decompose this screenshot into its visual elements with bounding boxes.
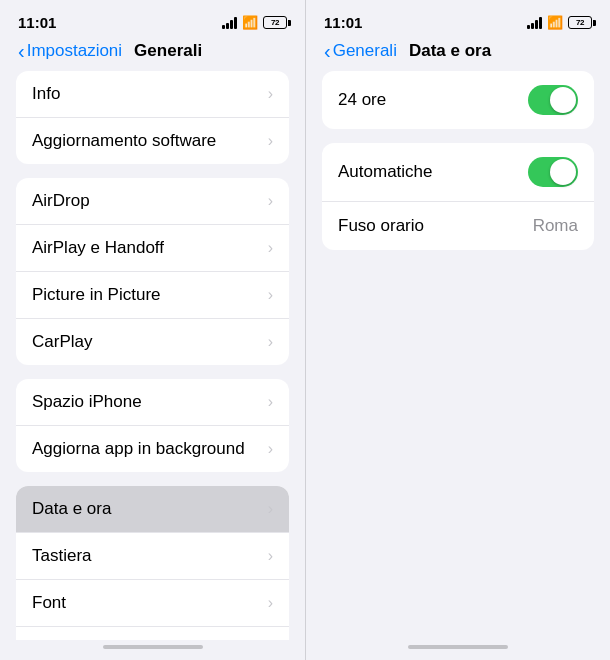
chevron-right-icon: ›	[268, 500, 273, 518]
back-button-left[interactable]: ‹ Impostazioni	[18, 41, 122, 61]
toggle-thumb	[550, 87, 576, 113]
back-label-right: Generali	[333, 41, 397, 61]
home-bar	[408, 645, 508, 649]
home-indicator-right	[306, 640, 610, 660]
settings-group-2: AirDrop › AirPlay e Handoff › Picture in…	[16, 178, 289, 365]
status-bar-right: 11:01 📶 72	[306, 0, 610, 37]
item-label: AirPlay e Handoff	[32, 238, 164, 258]
wifi-icon: 📶	[547, 15, 563, 30]
list-item[interactable]: Aggiornamento software ›	[16, 118, 289, 164]
toggle-track	[528, 157, 578, 187]
nav-header-left: ‹ Impostazioni Generali	[0, 37, 305, 71]
wifi-icon: 📶	[242, 15, 258, 30]
item-label: Data e ora	[32, 499, 111, 519]
fuso-orario-value: Roma	[533, 216, 578, 236]
signal-icon	[527, 17, 542, 29]
chevron-right-icon: ›	[268, 286, 273, 304]
settings-group-1: Info › Aggiornamento software ›	[16, 71, 289, 164]
battery-icon: 72	[568, 16, 592, 29]
list-item[interactable]: AirDrop ›	[16, 178, 289, 225]
item-label: AirDrop	[32, 191, 90, 211]
list-item[interactable]: AirPlay e Handoff ›	[16, 225, 289, 272]
status-icons-left: 📶 72	[222, 15, 287, 30]
nav-header-right: ‹ Generali Data e ora	[306, 37, 610, 71]
status-icons-right: 📶 72	[527, 15, 592, 30]
list-item[interactable]: Aggiorna app in background ›	[16, 426, 289, 472]
chevron-right-icon: ›	[268, 547, 273, 565]
item-label: CarPlay	[32, 332, 92, 352]
24-ore-label: 24 ore	[338, 90, 386, 110]
chevron-right-icon: ›	[268, 440, 273, 458]
chevron-right-icon: ›	[268, 192, 273, 210]
toggle-track	[528, 85, 578, 115]
list-item[interactable]: CarPlay ›	[16, 319, 289, 365]
home-indicator-left	[0, 640, 305, 660]
item-label: Tastiera	[32, 546, 92, 566]
right-panel: 11:01 📶 72 ‹ Generali Data e ora 24 ore	[305, 0, 610, 660]
automatiche-label: Automatiche	[338, 162, 433, 182]
list-item[interactable]: Lingua e zona ›	[16, 627, 289, 640]
chevron-right-icon: ›	[268, 393, 273, 411]
chevron-right-icon: ›	[268, 594, 273, 612]
fuso-orario-label: Fuso orario	[338, 216, 424, 236]
signal-icon	[222, 17, 237, 29]
status-bar-left: 11:01 📶 72	[0, 0, 305, 37]
list-item[interactable]: Picture in Picture ›	[16, 272, 289, 319]
list-item[interactable]: Spazio iPhone ›	[16, 379, 289, 426]
chevron-right-icon: ›	[268, 333, 273, 351]
back-button-right[interactable]: ‹ Generali	[324, 41, 397, 61]
list-item[interactable]: Tastiera ›	[16, 533, 289, 580]
page-title-right: Data e ora	[409, 41, 491, 61]
list-item[interactable]: Font ›	[16, 580, 289, 627]
home-bar	[103, 645, 203, 649]
time-right: 11:01	[324, 14, 362, 31]
timezone-group: Automatiche Fuso orario Roma	[322, 143, 594, 250]
detail-content: 24 ore Automatiche Fuso orario	[306, 71, 610, 640]
chevron-right-icon: ›	[268, 239, 273, 257]
time-format-group: 24 ore	[322, 71, 594, 129]
automatiche-item: Automatiche	[322, 143, 594, 202]
item-label: Info	[32, 84, 60, 104]
chevron-left-icon: ‹	[18, 41, 25, 61]
item-label: Aggiorna app in background	[32, 439, 245, 459]
settings-group-3: Spazio iPhone › Aggiorna app in backgrou…	[16, 379, 289, 472]
chevron-right-icon: ›	[268, 132, 273, 150]
item-label: Font	[32, 593, 66, 613]
back-label-left: Impostazioni	[27, 41, 122, 61]
left-panel: 11:01 📶 72 ‹ Impostazioni Generali Info	[0, 0, 305, 660]
24-ore-item: 24 ore	[322, 71, 594, 129]
item-label: Picture in Picture	[32, 285, 161, 305]
page-title-left: Generali	[134, 41, 202, 61]
chevron-right-icon: ›	[268, 85, 273, 103]
battery-icon: 72	[263, 16, 287, 29]
item-label: Spazio iPhone	[32, 392, 142, 412]
fuso-orario-item[interactable]: Fuso orario Roma	[322, 202, 594, 250]
automatiche-toggle[interactable]	[528, 157, 578, 187]
settings-group-4: Data e ora › Tastiera › Font › Lingua e …	[16, 486, 289, 640]
toggle-thumb	[550, 159, 576, 185]
chevron-left-icon: ‹	[324, 41, 331, 61]
time-left: 11:01	[18, 14, 56, 31]
item-label: Aggiornamento software	[32, 131, 216, 151]
list-item[interactable]: Info ›	[16, 71, 289, 118]
settings-list-left: Info › Aggiornamento software › AirDrop …	[0, 71, 305, 640]
24-ore-toggle[interactable]	[528, 85, 578, 115]
list-item[interactable]: Data e ora ›	[16, 486, 289, 533]
